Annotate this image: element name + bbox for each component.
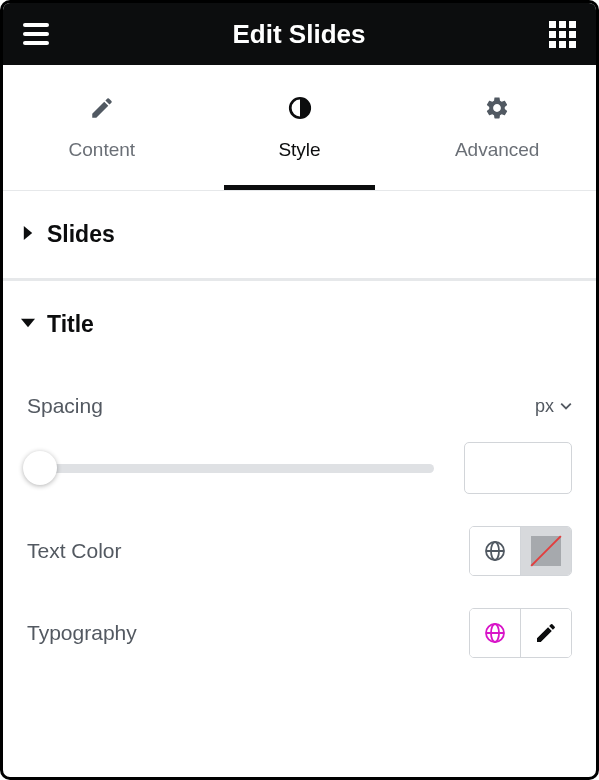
typography-label: Typography xyxy=(27,621,137,645)
section-title-label: Title xyxy=(47,311,94,338)
typography-edit-button[interactable] xyxy=(521,609,571,657)
typography-controls xyxy=(469,608,572,658)
tabs: Content Style Advanced xyxy=(3,65,596,191)
gear-icon xyxy=(484,95,510,125)
tab-style-label: Style xyxy=(278,139,320,161)
tab-content-label: Content xyxy=(69,139,136,161)
slider-track xyxy=(27,464,434,473)
globe-icon xyxy=(483,539,507,563)
slider-thumb[interactable] xyxy=(23,451,57,485)
sections-container: Slides Title Spacing px Text Color xyxy=(3,191,596,658)
text-color-controls xyxy=(469,526,572,576)
typography-row: Typography xyxy=(3,576,596,658)
section-slides[interactable]: Slides xyxy=(3,191,596,281)
globe-icon xyxy=(483,621,507,645)
apps-grid-icon[interactable] xyxy=(549,21,576,48)
no-color-swatch xyxy=(531,536,561,566)
spacing-label: Spacing xyxy=(27,394,103,418)
pencil-icon xyxy=(534,621,558,645)
spacing-slider-row xyxy=(3,428,596,494)
spacing-input[interactable] xyxy=(464,442,572,494)
unit-value: px xyxy=(535,396,554,417)
tab-content[interactable]: Content xyxy=(3,65,201,190)
global-typography-button[interactable] xyxy=(470,609,520,657)
unit-select[interactable]: px xyxy=(535,396,572,417)
text-color-label: Text Color xyxy=(27,539,122,563)
tab-advanced[interactable]: Advanced xyxy=(398,65,596,190)
pencil-icon xyxy=(89,95,115,125)
tab-advanced-label: Advanced xyxy=(455,139,540,161)
menu-icon[interactable] xyxy=(23,23,49,45)
section-title[interactable]: Title xyxy=(3,281,596,368)
contrast-icon xyxy=(287,95,313,125)
header-bar: Edit Slides xyxy=(3,3,596,65)
text-color-row: Text Color xyxy=(3,494,596,576)
spacing-slider[interactable] xyxy=(27,448,434,488)
page-title: Edit Slides xyxy=(233,19,366,50)
chevron-down-icon xyxy=(560,400,572,412)
global-color-button[interactable] xyxy=(470,527,520,575)
color-swatch-button[interactable] xyxy=(521,527,571,575)
caret-right-icon xyxy=(21,226,35,244)
caret-down-icon xyxy=(21,316,35,334)
spacing-row: Spacing px xyxy=(3,368,596,428)
tab-style[interactable]: Style xyxy=(201,65,399,190)
section-slides-label: Slides xyxy=(47,221,115,248)
